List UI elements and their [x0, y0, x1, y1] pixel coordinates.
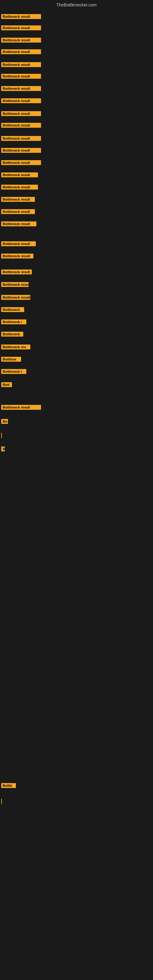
- bottleneck-bar-row-18: Bottleneck result: [1, 241, 36, 247]
- bottleneck-bar-6: Bottleneck result: [1, 86, 41, 91]
- bottleneck-bar-22: Bottleneck result: [1, 295, 30, 300]
- bottleneck-bar-row-11: Bottleneck result: [1, 148, 41, 154]
- bottleneck-bar-row-16: Bottleneck result: [1, 209, 35, 215]
- bottleneck-bar-15: Bottleneck result: [1, 197, 35, 202]
- bottleneck-bar-row-19: Bottleneck result: [1, 254, 33, 260]
- bottleneck-bar-10: Bottleneck result: [1, 136, 41, 141]
- bottleneck-bar-row-0: Bottleneck result: [1, 14, 41, 20]
- bottleneck-bar-row-33: B: [1, 447, 5, 453]
- bottleneck-bar-row-20: Bottleneck result: [1, 269, 32, 275]
- bottleneck-bar-16: Bottleneck result: [1, 209, 35, 214]
- bottleneck-bar-31: Bo: [1, 419, 8, 424]
- bottleneck-bar-row-2: Bottleneck result: [1, 38, 41, 44]
- bottleneck-bar-row-27: Bottlene: [1, 357, 21, 363]
- bottleneck-bar-25: Bottleneck: [1, 332, 23, 337]
- bar-marker-35: [1, 799, 2, 804]
- bottleneck-bar-12: Bottleneck result: [1, 160, 41, 165]
- bottleneck-bar-row-21: Bottleneck result: [1, 282, 29, 288]
- bottleneck-bar-row-5: Bottleneck result: [1, 74, 41, 80]
- bottleneck-bar-row-23: Bottleneck: [1, 307, 24, 313]
- bottleneck-bar-27: Bottlene: [1, 357, 21, 362]
- bottleneck-bar-row-15: Bottleneck result: [1, 197, 35, 203]
- bottleneck-bar-4: Bottleneck result: [1, 62, 41, 67]
- bottleneck-bar-24: Bottleneck r: [1, 320, 26, 324]
- bar-marker-32: [1, 433, 2, 438]
- bottleneck-bar-row-24: Bottleneck r: [1, 320, 26, 326]
- bottleneck-bar-34: Bottle: [1, 783, 16, 788]
- bottleneck-bar-row-22: Bottleneck result: [1, 295, 30, 301]
- bottleneck-bar-23: Bottleneck: [1, 307, 24, 312]
- bottleneck-bar-row-4: Bottleneck result: [1, 62, 41, 68]
- bottleneck-bar-1: Bottleneck result: [1, 25, 41, 30]
- bottleneck-bar-29: Bott: [1, 382, 12, 387]
- bottleneck-bar-row-17: Bottleneck result: [1, 221, 37, 228]
- bottleneck-bar-row-3: Bottleneck result: [1, 49, 41, 56]
- bottleneck-bar-row-1: Bottleneck result: [1, 25, 41, 32]
- bottleneck-bar-19: Bottleneck result: [1, 254, 33, 258]
- bottleneck-bar-28: Bottleneck r: [1, 369, 26, 374]
- bottleneck-bar-row-9: Bottleneck result: [1, 123, 41, 129]
- bottleneck-bar-row-7: Bottleneck result: [1, 98, 41, 105]
- bottleneck-bar-20: Bottleneck result: [1, 269, 32, 274]
- bottleneck-bar-21: Bottleneck result: [1, 282, 29, 287]
- bottleneck-bar-row-8: Bottleneck result: [1, 111, 41, 117]
- bottleneck-bar-2: Bottleneck result: [1, 38, 41, 43]
- bottleneck-bar-0: Bottleneck result: [1, 14, 41, 19]
- bottleneck-bar-8: Bottleneck result: [1, 111, 41, 116]
- bottleneck-bar-17: Bottleneck result: [1, 221, 37, 226]
- bottleneck-bar-row-12: Bottleneck result: [1, 160, 41, 166]
- bottleneck-bar-row-14: Bottleneck result: [1, 185, 38, 191]
- bottleneck-bar-26: Bottleneck res: [1, 345, 30, 350]
- bottleneck-bar-row-25: Bottleneck: [1, 332, 23, 338]
- bottleneck-bar-14: Bottleneck result: [1, 185, 38, 189]
- bottleneck-bar-row-26: Bottleneck res: [1, 345, 30, 351]
- bottleneck-bar-7: Bottleneck result: [1, 98, 41, 103]
- bottleneck-bar-row-13: Bottleneck result: [1, 172, 38, 178]
- bottleneck-bar-33: B: [1, 447, 5, 452]
- bottleneck-bar-30: Bottleneck result: [1, 405, 41, 410]
- site-title: TheBottlenecker.com: [0, 0, 153, 9]
- bottleneck-bar-5: Bottleneck result: [1, 74, 41, 79]
- bottleneck-bar-row-31: Bo: [1, 419, 8, 425]
- bottleneck-bar-row-28: Bottleneck r: [1, 369, 26, 375]
- bottleneck-bar-3: Bottleneck result: [1, 49, 41, 54]
- bottleneck-bar-row-29: Bott: [1, 382, 12, 388]
- bottleneck-bar-13: Bottleneck result: [1, 172, 38, 177]
- bottleneck-bar-row-10: Bottleneck result: [1, 136, 41, 142]
- bottleneck-bar-row-30: Bottleneck result: [1, 405, 41, 411]
- bottleneck-bar-row-6: Bottleneck result: [1, 86, 41, 92]
- bottleneck-bar-9: Bottleneck result: [1, 123, 41, 128]
- bottleneck-bar-row-34: Bottle: [1, 783, 16, 789]
- bottleneck-bar-18: Bottleneck result: [1, 241, 36, 246]
- bottleneck-bar-11: Bottleneck result: [1, 148, 41, 153]
